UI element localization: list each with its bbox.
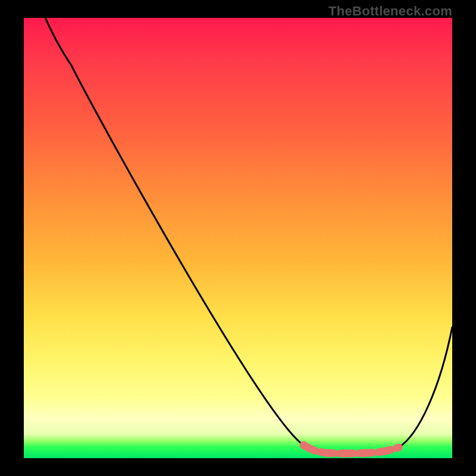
bottleneck-curve	[45, 18, 452, 453]
curve-layer	[24, 18, 452, 458]
optimal-band	[303, 445, 399, 453]
chart-frame: TheBottleneck.com	[0, 0, 476, 476]
plot-area	[24, 18, 452, 458]
watermark-text: TheBottleneck.com	[328, 4, 452, 19]
